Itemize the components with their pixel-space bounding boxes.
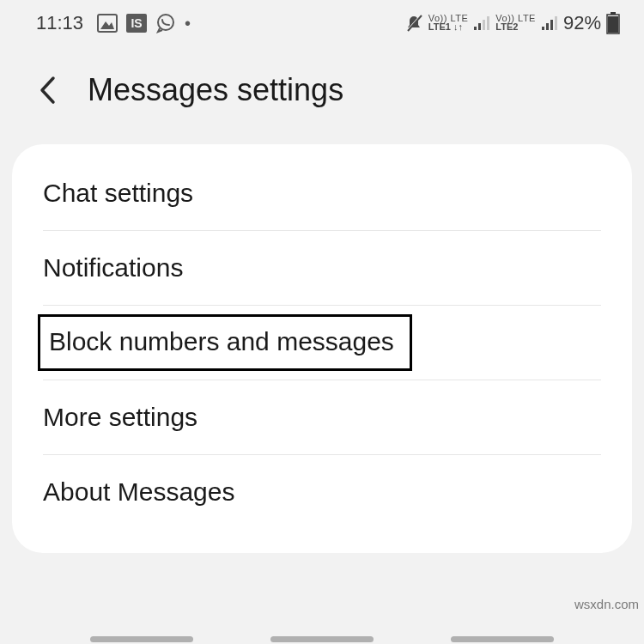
svg-rect-9 xyxy=(542,27,544,30)
svg-rect-8 xyxy=(487,16,489,30)
svg-rect-11 xyxy=(550,20,553,30)
watermark: wsxdn.com xyxy=(574,597,639,611)
mute-icon xyxy=(404,14,423,33)
back-button[interactable] xyxy=(38,75,57,106)
settings-list: Chat settings Notifications Block number… xyxy=(12,144,632,553)
svg-marker-1 xyxy=(100,21,114,29)
svg-rect-6 xyxy=(478,23,481,30)
nav-recents[interactable] xyxy=(90,636,193,642)
svg-rect-15 xyxy=(608,16,618,33)
row-more-settings[interactable]: More settings xyxy=(12,380,632,454)
more-notifications-dot: • xyxy=(185,15,191,32)
battery-icon xyxy=(606,12,620,34)
highlight-annotation: Block numbers and messages xyxy=(38,314,412,371)
sim2-indicator: Vo)) LTE LTE2 xyxy=(495,15,536,32)
status-left: 11:13 IS • xyxy=(36,12,191,34)
status-bar: 11:13 IS • Vo)) LTE LTE1 ↓↑ Vo)) LTE LTE… xyxy=(0,0,644,43)
svg-rect-5 xyxy=(474,27,477,30)
row-block-numbers[interactable]: Block numbers and messages Block numbers… xyxy=(12,306,632,380)
signal1-icon xyxy=(473,15,490,31)
image-icon xyxy=(97,14,118,33)
sim2-bottom: LTE2 xyxy=(495,23,518,32)
is-app-icon: IS xyxy=(126,14,147,33)
app-header: Messages settings xyxy=(0,43,644,144)
row-block-numbers-label: Block numbers and messages xyxy=(49,327,394,355)
row-notifications[interactable]: Notifications xyxy=(12,231,632,305)
nav-home[interactable] xyxy=(270,636,374,642)
sim1-bottom: LTE1 ↓↑ xyxy=(428,23,463,32)
svg-rect-7 xyxy=(483,20,485,30)
whatsapp-icon xyxy=(155,13,176,33)
row-chat-settings[interactable]: Chat settings xyxy=(12,156,632,230)
navigation-bar xyxy=(0,629,644,644)
nav-back[interactable] xyxy=(451,636,554,642)
status-right: Vo)) LTE LTE1 ↓↑ Vo)) LTE LTE2 92% xyxy=(404,12,620,34)
row-about-messages[interactable]: About Messages xyxy=(12,455,632,529)
sim1-indicator: Vo)) LTE LTE1 ↓↑ xyxy=(428,15,469,32)
page-title: Messages settings xyxy=(88,72,343,108)
battery-percentage: 92% xyxy=(563,12,601,34)
svg-point-2 xyxy=(158,15,173,30)
status-time: 11:13 xyxy=(36,12,83,34)
svg-rect-10 xyxy=(546,23,549,30)
svg-rect-12 xyxy=(555,16,557,30)
signal2-icon xyxy=(541,15,558,31)
